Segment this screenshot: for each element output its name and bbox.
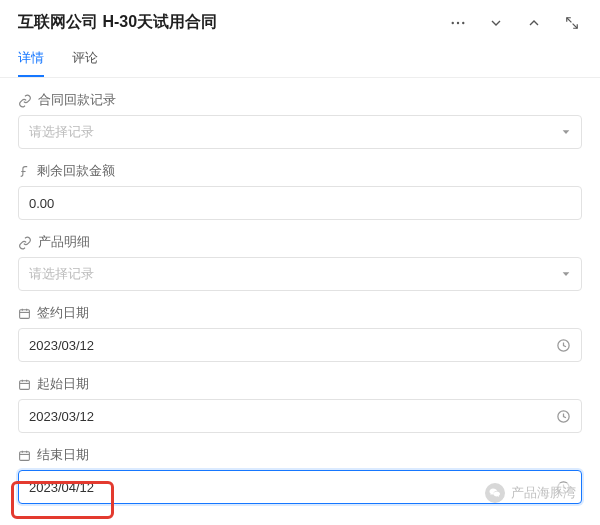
- link-icon: [18, 236, 32, 250]
- calendar-icon: [18, 307, 31, 320]
- select-product-detail[interactable]: 请选择记录: [18, 257, 582, 291]
- svg-marker-7: [563, 272, 570, 276]
- svg-line-3: [567, 17, 572, 22]
- chevron-up-icon[interactable]: [524, 13, 544, 33]
- svg-rect-18: [20, 452, 30, 461]
- field-remaining-amount: 剩余回款金额 0.00: [18, 163, 582, 220]
- svg-line-4: [573, 23, 578, 28]
- select-product-detail-value: 请选择记录: [29, 265, 94, 283]
- chevron-down-icon[interactable]: [486, 13, 506, 33]
- watermark-text: 产品海豚湾: [511, 484, 576, 502]
- field-sign-date: 签约日期 2023/03/12: [18, 305, 582, 362]
- label-end-date: 结束日期: [37, 447, 89, 464]
- caret-down-icon: [561, 125, 571, 140]
- input-sign-date[interactable]: 2023/03/12: [18, 328, 582, 362]
- field-product-detail: 产品明细 请选择记录: [18, 234, 582, 291]
- page-title: 互联网公司 H-30天试用合同: [18, 12, 217, 33]
- tabs-bar: 详情 评论: [0, 49, 600, 78]
- tab-details[interactable]: 详情: [18, 49, 44, 77]
- svg-point-2: [462, 21, 464, 23]
- select-repayment-record[interactable]: 请选择记录: [18, 115, 582, 149]
- collapse-icon[interactable]: [562, 13, 582, 33]
- clock-icon: [556, 338, 571, 353]
- watermark: 产品海豚湾: [485, 483, 576, 503]
- header-actions: [448, 13, 582, 33]
- tab-comments[interactable]: 评论: [72, 49, 98, 77]
- calendar-icon: [18, 378, 31, 391]
- input-start-date[interactable]: 2023/03/12: [18, 399, 582, 433]
- label-remaining-amount: 剩余回款金额: [37, 163, 115, 180]
- label-sign-date: 签约日期: [37, 305, 89, 322]
- input-sign-date-value: 2023/03/12: [29, 338, 94, 353]
- svg-point-1: [457, 21, 459, 23]
- input-remaining-amount-value: 0.00: [29, 196, 54, 211]
- wechat-icon: [485, 483, 505, 503]
- svg-point-0: [452, 21, 454, 23]
- input-start-date-value: 2023/03/12: [29, 409, 94, 424]
- input-remaining-amount[interactable]: 0.00: [18, 186, 582, 220]
- field-start-date: 起始日期 2023/03/12: [18, 376, 582, 433]
- label-repayment-record: 合同回款记录: [38, 92, 116, 109]
- caret-down-icon: [561, 267, 571, 282]
- field-repayment-record: 合同回款记录 请选择记录: [18, 92, 582, 149]
- svg-rect-13: [20, 381, 30, 390]
- select-repayment-record-value: 请选择记录: [29, 123, 94, 141]
- link-icon: [18, 94, 32, 108]
- label-start-date: 起始日期: [37, 376, 89, 393]
- clock-icon: [556, 409, 571, 424]
- more-icon[interactable]: [448, 13, 468, 33]
- label-product-detail: 产品明细: [38, 234, 90, 251]
- svg-rect-8: [20, 310, 30, 319]
- input-end-date-value: 2023/04/12: [29, 480, 94, 495]
- function-icon: [18, 165, 31, 178]
- calendar-icon: [18, 449, 31, 462]
- svg-marker-5: [563, 130, 570, 134]
